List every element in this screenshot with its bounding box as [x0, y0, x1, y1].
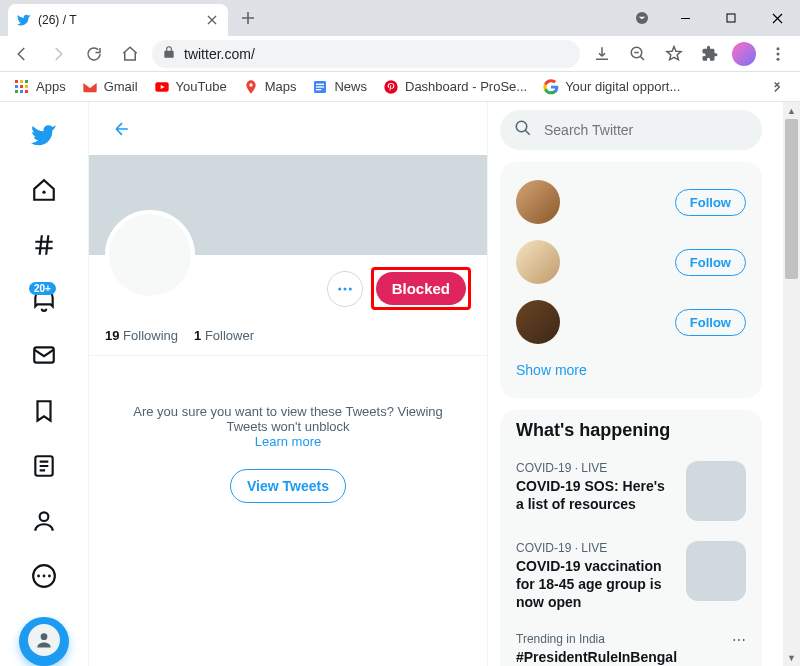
svg-rect-9	[15, 85, 18, 88]
back-button[interactable]	[105, 112, 139, 146]
profile-more-button[interactable]	[327, 271, 363, 307]
browser-titlebar: (26) / T	[0, 0, 800, 36]
svg-point-25	[40, 512, 49, 521]
trend-item[interactable]: Trending in India#PresidentRuleInBengal⋯	[500, 622, 762, 666]
svg-point-28	[43, 575, 46, 578]
zoom-icon[interactable]	[624, 40, 652, 68]
bookmark-label: YouTube	[176, 79, 227, 94]
nav-profile[interactable]	[19, 496, 69, 545]
annotation-highlight: Blocked	[371, 267, 471, 310]
following-link[interactable]: 19 Following	[105, 328, 178, 343]
svg-point-34	[516, 121, 527, 132]
svg-point-3	[777, 47, 780, 50]
bookmark-apps[interactable]: Apps	[8, 75, 72, 99]
follow-button[interactable]: Follow	[675, 309, 746, 336]
svg-point-31	[338, 287, 341, 290]
browser-menu-button[interactable]	[764, 40, 792, 68]
tab-close-button[interactable]	[204, 12, 220, 28]
nav-explore[interactable]	[19, 220, 69, 269]
bookmark-news[interactable]: News	[306, 75, 373, 99]
trend-title: #PresidentRuleInBengal	[516, 648, 722, 666]
svg-point-29	[48, 575, 51, 578]
scrollbar-thumb[interactable]	[785, 119, 798, 279]
search-box[interactable]	[500, 110, 762, 150]
nav-home[interactable]	[19, 165, 69, 214]
bookmarks-overflow-button[interactable]	[762, 74, 792, 100]
svg-rect-1	[727, 14, 735, 22]
bookmark-youtube[interactable]: YouTube	[148, 75, 233, 99]
follow-suggestion[interactable]: Follow	[500, 292, 762, 352]
install-app-icon[interactable]	[588, 40, 616, 68]
twitter-favicon-icon	[16, 12, 32, 28]
nav-messages[interactable]	[19, 331, 69, 380]
browser-tab[interactable]: (26) / T	[8, 4, 228, 36]
bookmark-digital[interactable]: Your digital opport...	[537, 75, 686, 99]
svg-point-32	[343, 287, 346, 290]
trend-meta: COVID-19 · LIVE	[516, 461, 676, 475]
profile-avatar-button[interactable]	[732, 42, 756, 66]
bookmark-star-icon[interactable]	[660, 40, 688, 68]
bookmark-label: Maps	[265, 79, 297, 94]
news-icon	[312, 79, 328, 95]
address-bar: twitter.com/	[0, 36, 800, 72]
bookmark-label: Gmail	[104, 79, 138, 94]
svg-rect-11	[25, 85, 28, 88]
show-more-link[interactable]: Show more	[500, 352, 762, 388]
nav-notifications[interactable]: 20+	[19, 276, 69, 325]
bookmark-maps[interactable]: Maps	[237, 75, 303, 99]
account-switcher[interactable]	[28, 624, 60, 656]
search-input[interactable]	[544, 122, 748, 138]
bookmark-gmail[interactable]: Gmail	[76, 75, 144, 99]
close-window-button[interactable]	[754, 3, 800, 33]
svg-rect-20	[316, 89, 321, 90]
extensions-icon[interactable]	[696, 40, 724, 68]
follow-button[interactable]: Follow	[675, 189, 746, 216]
scroll-down-arrow[interactable]: ▼	[783, 649, 800, 666]
nav-more[interactable]	[19, 552, 69, 601]
nav-back-button[interactable]	[8, 40, 36, 68]
follow-suggestion[interactable]: Follow	[500, 232, 762, 292]
nav-bookmarks[interactable]	[19, 386, 69, 435]
new-tab-button[interactable]	[234, 4, 262, 32]
svg-rect-18	[316, 83, 324, 84]
trend-more-button[interactable]: ⋯	[732, 632, 746, 666]
tab-title: (26) / T	[38, 13, 198, 27]
follow-suggestion[interactable]: Follow	[500, 172, 762, 232]
blocked-message-text: Are you sure you want to view these Twee…	[113, 404, 463, 434]
blocked-button[interactable]: Blocked	[376, 272, 466, 305]
profile-header	[89, 102, 487, 155]
youtube-icon	[154, 79, 170, 95]
pinterest-icon	[383, 79, 399, 95]
home-button[interactable]	[116, 40, 144, 68]
svg-point-22	[42, 190, 45, 193]
apps-grid-icon	[14, 79, 30, 95]
page-scrollbar[interactable]: ▲ ▼	[783, 102, 800, 666]
guest-indicator-icon	[628, 4, 656, 32]
google-g-icon	[543, 79, 559, 95]
maximize-button[interactable]	[708, 3, 754, 33]
bookmark-label: Dashboard - ProSe...	[405, 79, 527, 94]
maps-pin-icon	[243, 79, 259, 95]
bookmark-dashboard[interactable]: Dashboard - ProSe...	[377, 75, 533, 99]
minimize-button[interactable]	[662, 3, 708, 33]
omnibox[interactable]: twitter.com/	[152, 40, 580, 68]
profile-avatar[interactable]	[105, 210, 195, 300]
whats-happening-card: What's happening COVID-19 · LIVECOVID-19…	[500, 410, 762, 666]
view-tweets-button[interactable]: View Tweets	[230, 469, 346, 503]
learn-more-link[interactable]: Learn more	[113, 434, 463, 449]
nav-lists[interactable]	[19, 441, 69, 490]
trend-item[interactable]: COVID-19 · LIVECOVID-19 vaccination for …	[500, 531, 762, 622]
gmail-icon	[82, 79, 98, 95]
trend-item[interactable]: COVID-19 · LIVECOVID-19 SOS: Here's a li…	[500, 451, 762, 531]
url-text: twitter.com/	[184, 46, 570, 62]
lock-icon	[162, 45, 176, 63]
follow-button[interactable]: Follow	[675, 249, 746, 276]
svg-point-16	[249, 83, 252, 86]
svg-point-27	[37, 575, 40, 578]
reload-button[interactable]	[80, 40, 108, 68]
svg-rect-7	[20, 80, 23, 83]
twitter-logo-button[interactable]	[19, 110, 69, 159]
scroll-up-arrow[interactable]: ▲	[783, 102, 800, 119]
whats-happening-title: What's happening	[500, 410, 762, 451]
followers-link[interactable]: 1 Follower	[194, 328, 254, 343]
